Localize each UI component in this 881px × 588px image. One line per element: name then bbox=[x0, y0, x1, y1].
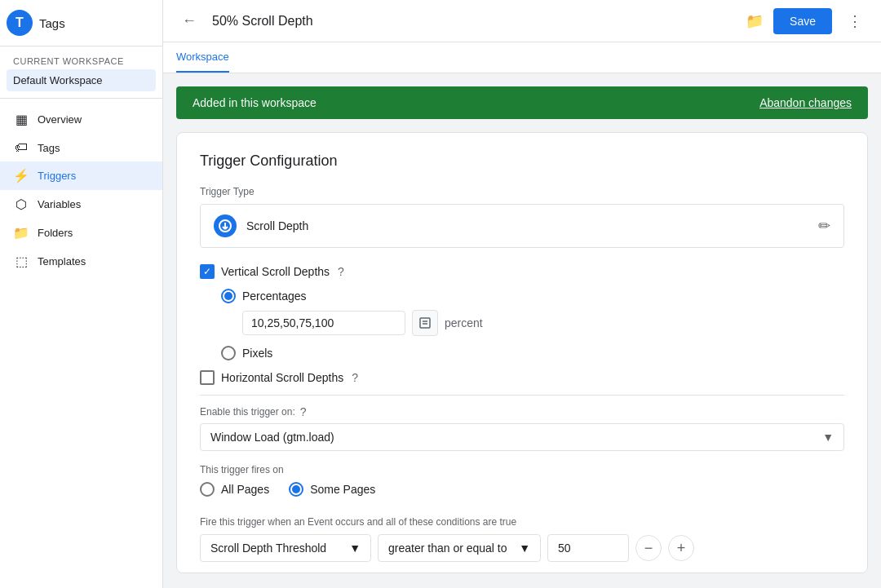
sidebar-logo: T bbox=[7, 10, 33, 36]
percentages-picker-icon[interactable] bbox=[412, 310, 438, 336]
horizontal-scroll-checkbox[interactable] bbox=[200, 370, 215, 385]
enable-trigger-help-icon[interactable]: ? bbox=[300, 405, 307, 418]
some-pages-radio-row: Some Pages bbox=[289, 482, 375, 497]
all-pages-radio[interactable] bbox=[200, 482, 215, 497]
horizontal-scroll-row: Horizontal Scroll Depths ? bbox=[200, 370, 844, 385]
conditions-row: Scroll Depth Threshold ▼ greater than or… bbox=[200, 534, 844, 562]
top-bar: ← 50% Scroll Depth 📁 Save ⋮ bbox=[163, 0, 881, 42]
fires-on-radio-group: All Pages Some Pages bbox=[200, 482, 844, 503]
vertical-scroll-label: Vertical Scroll Depths bbox=[221, 265, 330, 278]
sidebar-item-overview[interactable]: ▦ Overview bbox=[0, 105, 162, 134]
workspace-item[interactable]: Default Workspace bbox=[7, 69, 156, 91]
sidebar-item-label: Tags bbox=[38, 142, 60, 154]
add-condition-button[interactable]: + bbox=[668, 535, 694, 561]
folders-icon: 📁 bbox=[13, 225, 29, 241]
abandon-changes-button[interactable]: Abandon changes bbox=[759, 96, 852, 109]
percentages-input-row: percent bbox=[242, 310, 844, 336]
trigger-type-left: Scroll Depth bbox=[214, 214, 308, 237]
percentages-radio[interactable] bbox=[221, 289, 236, 303]
percentages-input[interactable] bbox=[242, 311, 405, 335]
all-pages-label: All Pages bbox=[221, 483, 269, 496]
condition-operator-chevron-icon: ▼ bbox=[519, 542, 530, 555]
condition-operator-value: greater than or equal to bbox=[388, 542, 507, 555]
enable-trigger-select[interactable]: Window Load (gtm.load) ▼ bbox=[200, 423, 844, 451]
sidebar-item-label: Overview bbox=[38, 113, 82, 126]
more-options-button[interactable]: ⋮ bbox=[842, 8, 868, 34]
tags-icon: 🏷 bbox=[13, 140, 29, 155]
sidebar: T Tags CURRENT WORKSPACE Default Workspa… bbox=[0, 0, 163, 588]
sidebar-header: T Tags bbox=[0, 0, 162, 46]
remove-condition-button[interactable]: − bbox=[635, 535, 662, 561]
sidebar-item-label: Variables bbox=[38, 198, 81, 210]
config-title: Trigger Configuration bbox=[200, 153, 844, 170]
trigger-type-box: Scroll Depth ✏ bbox=[200, 204, 844, 248]
enable-trigger-row: Enable this trigger on: ? Window Load (g… bbox=[200, 405, 844, 451]
pixels-radio[interactable] bbox=[221, 346, 236, 360]
templates-icon: ⬚ bbox=[13, 254, 29, 269]
enable-trigger-label: Enable this trigger on: ? bbox=[200, 405, 844, 418]
condition-operator-select[interactable]: greater than or equal to ▼ bbox=[378, 534, 541, 562]
variables-icon: ⬡ bbox=[13, 197, 29, 212]
vertical-scroll-checkbox[interactable]: ✓ bbox=[200, 264, 215, 279]
vertical-scroll-row: ✓ Vertical Scroll Depths ? bbox=[200, 264, 844, 279]
conditions-section: Fire this trigger when an Event occurs a… bbox=[200, 516, 844, 562]
sidebar-item-tags[interactable]: 🏷 Tags bbox=[0, 134, 162, 161]
divider bbox=[200, 395, 844, 396]
triggers-icon: ⚡ bbox=[13, 168, 29, 183]
percentages-label: Percentages bbox=[242, 290, 307, 303]
condition-field-select[interactable]: Scroll Depth Threshold ▼ bbox=[200, 534, 371, 562]
enable-trigger-chevron-icon: ▼ bbox=[822, 431, 834, 444]
tab-workspace[interactable]: Workspace bbox=[176, 42, 229, 73]
pixels-label: Pixels bbox=[242, 347, 272, 360]
svg-rect-4 bbox=[420, 318, 430, 328]
fires-on-section: This trigger fires on All Pages Some Pag… bbox=[200, 464, 844, 503]
alert-banner: Added in this workspace Abandon changes bbox=[176, 86, 868, 119]
alert-message: Added in this workspace bbox=[193, 96, 317, 109]
config-card: Trigger Configuration Trigger Type Scrol… bbox=[176, 132, 868, 573]
main-content: ← 50% Scroll Depth 📁 Save ⋮ Workspace Ad… bbox=[163, 0, 881, 588]
scroll-depth-icon bbox=[214, 214, 237, 237]
all-pages-radio-row: All Pages bbox=[200, 482, 269, 497]
trigger-type-name: Scroll Depth bbox=[246, 219, 308, 232]
horizontal-scroll-label: Horizontal Scroll Depths bbox=[221, 371, 343, 384]
condition-value-input[interactable] bbox=[547, 534, 629, 562]
workspace-bar: Workspace bbox=[163, 42, 881, 73]
workspace-section: CURRENT WORKSPACE Default Workspace bbox=[0, 46, 162, 99]
back-button[interactable]: ← bbox=[176, 8, 202, 34]
sidebar-item-label: Folders bbox=[38, 227, 73, 239]
vertical-scroll-help-icon[interactable]: ? bbox=[338, 265, 344, 278]
some-pages-label: Some Pages bbox=[310, 483, 375, 496]
sidebar-item-label: Templates bbox=[38, 255, 86, 267]
condition-field-value: Scroll Depth Threshold bbox=[210, 542, 326, 555]
conditions-label: Fire this trigger when an Event occurs a… bbox=[200, 516, 844, 528]
trigger-type-label: Trigger Type bbox=[200, 186, 844, 197]
fires-on-label: This trigger fires on bbox=[200, 464, 844, 475]
horizontal-scroll-help-icon[interactable]: ? bbox=[352, 371, 358, 384]
scroll-type-radio-group: Percentages percent Pixels bbox=[221, 289, 844, 360]
sidebar-item-triggers[interactable]: ⚡ Triggers bbox=[0, 161, 162, 190]
some-pages-radio[interactable] bbox=[289, 482, 303, 497]
condition-field-chevron-icon: ▼ bbox=[349, 542, 361, 555]
sidebar-item-variables[interactable]: ⬡ Variables bbox=[0, 190, 162, 219]
sidebar-title: Tags bbox=[39, 16, 65, 30]
overview-icon: ▦ bbox=[13, 112, 29, 127]
percent-unit-label: percent bbox=[445, 316, 483, 329]
enable-trigger-value: Window Load (gtm.load) bbox=[210, 431, 334, 444]
edit-trigger-type-icon[interactable]: ✏ bbox=[818, 217, 830, 235]
percentages-radio-row: Percentages bbox=[221, 289, 844, 303]
sidebar-item-folders[interactable]: 📁 Folders bbox=[0, 219, 162, 247]
sidebar-item-templates[interactable]: ⬚ Templates bbox=[0, 247, 162, 276]
workspace-label: CURRENT WORKSPACE bbox=[7, 53, 156, 69]
sidebar-item-label: Triggers bbox=[38, 170, 76, 182]
folder-icon: 📁 bbox=[746, 12, 764, 30]
pixels-radio-row: Pixels bbox=[221, 346, 844, 360]
save-button[interactable]: Save bbox=[773, 8, 832, 34]
trigger-name: 50% Scroll Depth bbox=[212, 14, 733, 29]
nav-items: ▦ Overview 🏷 Tags ⚡ Triggers ⬡ Variables… bbox=[0, 99, 162, 588]
